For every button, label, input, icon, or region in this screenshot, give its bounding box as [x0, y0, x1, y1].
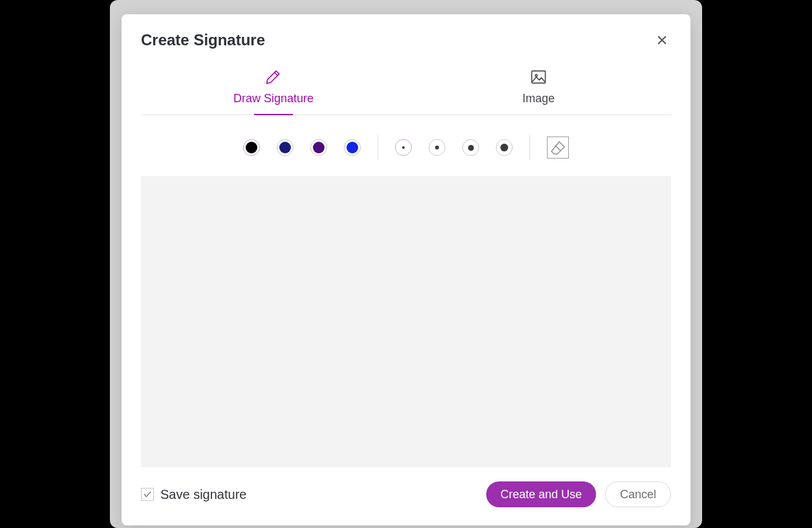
close-icon [656, 34, 668, 46]
tab-label: Image [522, 92, 555, 105]
save-signature-label: Save signature [160, 487, 246, 502]
thickness-option-12[interactable] [496, 139, 513, 156]
image-icon [529, 67, 548, 87]
thickness-dot [435, 146, 439, 149]
thickness-picker-group [395, 139, 513, 156]
tab-image[interactable]: Image [406, 61, 671, 115]
color-swatch-blue[interactable] [344, 139, 361, 156]
save-signature-checkbox[interactable]: Save signature [141, 487, 246, 502]
swatch-fill [313, 142, 325, 153]
svg-line-5 [555, 146, 561, 151]
thickness-dot [500, 144, 508, 151]
tab-label: Draw Signature [233, 92, 314, 105]
drawing-toolbar [122, 115, 690, 176]
create-signature-modal: Create Signature Draw Signature [122, 14, 690, 525]
checkbox-box [141, 488, 154, 501]
color-swatch-black[interactable] [243, 139, 260, 156]
close-button[interactable] [652, 30, 672, 50]
thickness-option-9[interactable] [462, 139, 479, 156]
svg-rect-3 [532, 71, 546, 83]
pencil-icon [264, 67, 283, 87]
svg-line-2 [275, 72, 278, 76]
create-and-use-button[interactable]: Create and Use [486, 481, 596, 507]
checkmark-icon [143, 490, 152, 499]
thickness-option-4[interactable] [395, 139, 412, 156]
signature-drawing-canvas[interactable] [141, 176, 671, 467]
toolbar-divider [529, 135, 530, 160]
color-swatch-navy[interactable] [277, 139, 294, 156]
swatch-fill [246, 142, 257, 153]
color-picker-group [243, 139, 361, 156]
thickness-dot [402, 146, 405, 149]
modal-title: Create Signature [141, 31, 265, 49]
svg-point-4 [535, 74, 537, 76]
clear-canvas-button[interactable] [547, 137, 569, 159]
modal-header: Create Signature [122, 14, 690, 61]
signature-tabs: Draw Signature Image [141, 61, 671, 115]
eraser-icon [550, 140, 566, 155]
swatch-fill [347, 142, 358, 153]
modal-footer: Save signature Create and Use Cancel [122, 467, 690, 525]
color-swatch-purple[interactable] [310, 139, 327, 156]
thickness-dot [468, 145, 474, 151]
tab-draw-signature[interactable]: Draw Signature [141, 61, 406, 115]
thickness-option-6[interactable] [429, 139, 445, 156]
swatch-fill [279, 142, 291, 153]
cancel-button[interactable]: Cancel [605, 481, 671, 507]
toolbar-divider [378, 135, 378, 160]
